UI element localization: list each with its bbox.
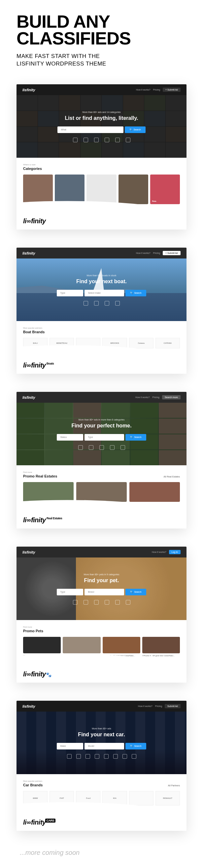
type-input[interactable]: Type <box>84 434 124 441</box>
footer-variant: CARS <box>45 818 56 823</box>
view-all-link[interactable]: All Partners <box>168 784 180 787</box>
category-icon[interactable] <box>83 301 88 306</box>
category-card[interactable] <box>55 175 84 204</box>
promo-card[interactable] <box>129 482 180 503</box>
nav-item[interactable]: How it works? <box>152 551 167 553</box>
header-nav: How it works? Pricing Search more <box>135 395 181 399</box>
model-input[interactable]: Model <box>84 743 124 749</box>
nav-item[interactable]: How it works? <box>135 396 150 398</box>
section-sublabel: Find more <box>23 626 180 628</box>
category-icons <box>34 301 170 306</box>
search-bar: What 🔍 Search <box>34 126 170 133</box>
promo-card[interactable] <box>76 482 127 503</box>
category-card[interactable] <box>119 175 148 204</box>
search-bar: Make Model 🔍 Search <box>34 743 170 749</box>
paw-icon: 🐾 <box>46 672 51 677</box>
category-icon[interactable] <box>115 137 120 142</box>
category-icon[interactable] <box>115 301 120 306</box>
brand-cell[interactable]: CATANA <box>155 338 180 348</box>
search-button[interactable]: 🔍 Search <box>125 434 146 441</box>
category-icon[interactable] <box>105 600 109 604</box>
nav-item[interactable]: How it works? <box>136 252 151 254</box>
section-header: Promo Real Estates All Real Estates <box>23 474 180 482</box>
nav-item[interactable]: How it works? <box>138 705 152 707</box>
breed-input[interactable]: Breed <box>84 589 124 595</box>
category-icon[interactable] <box>67 754 72 759</box>
brand-cell[interactable] <box>129 791 153 805</box>
header-logo: lisfinity <box>22 704 35 708</box>
status-input[interactable]: Status <box>57 434 83 441</box>
make-input[interactable]: Select make <box>84 290 124 297</box>
section-header: Car Brands All Partners <box>23 783 180 791</box>
type-input[interactable]: Type <box>57 290 83 297</box>
hero-pretitle: More than 80+ ads and 14 categories <box>34 111 170 113</box>
category-icon[interactable] <box>132 754 136 759</box>
search-input[interactable]: What <box>57 126 123 133</box>
category-icon[interactable] <box>105 137 109 142</box>
nav-item[interactable]: How it works? <box>136 89 151 91</box>
brand-cell[interactable]: RENAULT <box>155 791 180 805</box>
hero: More than 80+ ads in more than 8 categor… <box>17 403 186 465</box>
pet-card[interactable]: I Phone X - 64 gold new Case/Natu... <box>142 637 180 657</box>
nav-item[interactable]: Pricing <box>152 396 159 398</box>
submit-button[interactable]: + Submit Ad <box>163 88 181 92</box>
nav-item[interactable]: Pricing <box>155 705 162 707</box>
search-button[interactable]: 🔍 Search <box>125 290 146 297</box>
footer-logo: li∞finityReal Estates <box>23 516 64 524</box>
login-button[interactable]: Log In <box>169 550 181 554</box>
search-bar: Status Type 🔍 Search <box>34 434 170 441</box>
category-icon[interactable] <box>94 600 99 604</box>
search-button[interactable]: 🔍 Search <box>125 743 146 749</box>
category-icon[interactable] <box>73 137 78 142</box>
nav-item[interactable]: Pricing <box>153 252 160 254</box>
category-card[interactable]: Pets <box>150 175 180 204</box>
category-icon[interactable] <box>94 137 99 142</box>
category-icon[interactable] <box>85 754 90 759</box>
section-title: Promo Pets <box>23 629 180 633</box>
category-card[interactable] <box>23 175 53 204</box>
search-button[interactable]: 🔍 Search <box>125 589 146 595</box>
section-sublabel: Most popular partners <box>23 780 180 782</box>
category-icon[interactable] <box>76 754 81 759</box>
category-icon[interactable] <box>104 754 109 759</box>
category-icon[interactable] <box>83 600 88 604</box>
pet-card[interactable]: I Phone X - 64 gold new Case/Natu... <box>103 637 140 657</box>
category-icon[interactable] <box>89 445 94 450</box>
category-icon[interactable] <box>94 301 99 306</box>
submit-button[interactable]: + Submit Ad <box>163 251 181 255</box>
section-sublabel: Find more <box>23 471 180 473</box>
header-nav: How it works? Pricing Submit Ad <box>138 704 181 708</box>
section-title: Categories <box>23 166 180 170</box>
demo-footer: li∞finity🐾 <box>17 664 186 683</box>
category-icon[interactable] <box>123 754 127 759</box>
nav-item[interactable]: Pricing <box>153 89 160 91</box>
category-icon[interactable] <box>121 445 125 450</box>
header-nav: How it works? Log In <box>152 550 181 554</box>
view-all-link[interactable]: All Real Estates <box>164 475 180 478</box>
category-icon[interactable] <box>110 445 115 450</box>
demo-header: lisfinity How it works? Pricing + Submit… <box>17 248 186 258</box>
category-icon[interactable] <box>73 600 78 604</box>
type-input[interactable]: Type <box>57 589 83 595</box>
category-icon[interactable] <box>95 754 99 759</box>
category-icons <box>34 754 170 759</box>
category-icon[interactable] <box>115 600 120 604</box>
category-icon[interactable] <box>126 600 130 604</box>
category-icon[interactable] <box>78 445 83 450</box>
category-card[interactable] <box>86 175 116 204</box>
category-icon[interactable] <box>126 137 130 142</box>
demo-footer: li∞finityCARS <box>17 812 186 831</box>
category-icon[interactable] <box>99 445 104 450</box>
section-title: Boat Brands <box>23 330 180 334</box>
search-more-button[interactable]: Search more <box>162 395 181 399</box>
category-icon[interactable] <box>83 137 88 142</box>
brand-cell[interactable]: Catana <box>129 338 153 348</box>
category-icon[interactable] <box>113 754 118 759</box>
demo-header: lisfinity How it works? Pricing Submit A… <box>17 701 186 712</box>
make-input[interactable]: Make <box>57 743 83 749</box>
demo-header: lisfinity How it works? Log In <box>17 547 186 557</box>
category-icon[interactable] <box>105 301 109 306</box>
demo-realestate: lisfinity How it works? Pricing Search m… <box>17 392 186 528</box>
search-button[interactable]: 🔍 Search <box>125 126 145 133</box>
submit-button[interactable]: Submit Ad <box>165 704 181 708</box>
